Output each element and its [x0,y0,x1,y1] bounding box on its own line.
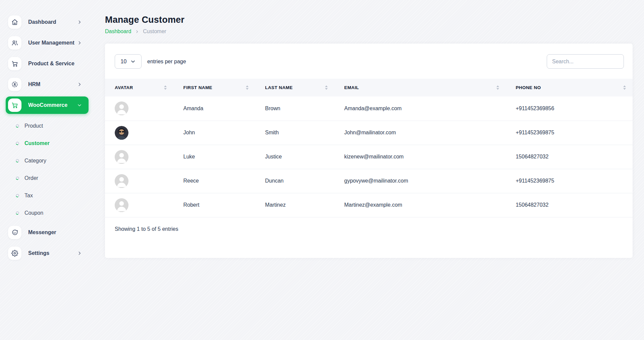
woocommerce-submenu: Product Customer Category Order Tax Coup… [0,117,95,222]
column-header-avatar[interactable]: Avatar [105,79,173,96]
avatar [115,198,128,212]
chevron-down-icon [130,59,136,64]
chevron-down-icon [77,103,82,108]
last-name-cell: Justice [255,145,334,169]
sidebar-item-label: HRM [28,81,40,87]
last-name-cell: Brown [255,96,334,121]
last-name-cell: Smith [255,121,334,145]
submenu-item-tax[interactable]: Tax [0,187,95,204]
submenu-item-coupon[interactable]: Coupon [0,204,95,222]
avatar-cell [105,193,173,217]
chevron-right-icon [77,41,82,45]
breadcrumb-dashboard-link[interactable]: Dashboard [105,28,131,35]
sort-icon [623,85,626,90]
chevron-right-icon [77,20,82,24]
sidebar-item-label: User Management [28,40,74,46]
submenu-item-label: Customer [24,140,50,146]
sort-icon [325,85,328,90]
table-row[interactable]: Luke Justice kizenew@mailinator.com 1506… [105,145,633,169]
submenu-item-label: Coupon [24,210,43,216]
column-header-first-name[interactable]: First Name [173,79,255,96]
first-name-cell: John [173,121,255,145]
avatar-cell [105,145,173,169]
table-row[interactable]: John Smith John@mailinator.com +91145236… [105,121,633,145]
sidebar-item-user-management[interactable]: User Management [6,34,89,52]
customer-table: Avatar First Name Last Name Email Phone … [105,79,633,217]
table-row[interactable]: Robert Martinez Martinez@example.com 150… [105,193,633,217]
chat-icon [8,226,21,239]
sidebar-item-messenger[interactable]: Messenger [6,224,89,241]
submenu-item-order[interactable]: Order [0,169,95,187]
submenu-item-label: Order [24,175,38,181]
table-row[interactable]: Reece Duncan gypovywe@mailinator.com +91… [105,169,633,193]
gear-icon [8,247,21,260]
bullet-icon [15,194,20,198]
main-content: Manage Customer Dashboard Customer 10 en… [95,0,644,340]
sidebar-item-woocommerce[interactable]: WooCommerce [6,96,89,114]
table-row[interactable]: Amanda Brown Amanda@example.com +9114523… [105,96,633,121]
bullet-icon [15,141,20,146]
home-icon [8,15,21,29]
chevron-right-icon [77,251,82,256]
phone-cell: 15064827032 [506,145,633,169]
phone-cell: +911452369875 [506,169,633,193]
sidebar-item-dashboard[interactable]: Dashboard [6,13,89,31]
last-name-cell: Duncan [255,169,334,193]
table-controls: 10 entries per page [105,44,633,79]
email-cell: kizenew@mailinator.com [334,145,506,169]
avatar [115,101,128,115]
avatar [115,126,128,140]
table-header-row: Avatar First Name Last Name Email Phone … [105,79,633,96]
sidebar-item-label: Dashboard [28,19,56,25]
users-icon [8,36,21,50]
bullet-icon [15,159,20,163]
column-header-email[interactable]: Email [334,79,506,96]
avatar [115,174,128,188]
column-header-label: Avatar [115,85,133,90]
breadcrumb-separator-icon [135,30,139,33]
submenu-item-category[interactable]: Category [0,152,95,169]
avatar-cell [105,121,173,145]
first-name-cell: Amanda [173,96,255,121]
sidebar-item-settings[interactable]: Settings [6,245,89,262]
last-name-cell: Martinez [255,193,334,217]
submenu-item-label: Tax [24,193,33,199]
page-title: Manage Customer [105,15,633,25]
breadcrumb: Dashboard Customer [105,28,633,35]
entries-per-page-label: entries per page [147,59,186,65]
sidebar-item-label: Messenger [28,229,56,235]
phone-cell: +911452369875 [506,121,633,145]
email-cell: Martinez@example.com [334,193,506,217]
sidebar-item-label: WooCommerce [28,102,67,108]
bullet-icon [15,211,20,215]
sidebar-item-label: Product & Service [28,61,74,67]
email-cell: gypovywe@mailinator.com [334,169,506,193]
sort-icon [164,85,167,90]
column-header-phone[interactable]: Phone No [506,79,633,96]
email-cell: John@mailinator.com [334,121,506,145]
user-focus-icon [8,78,21,91]
sort-icon [246,85,249,90]
entries-per-page-select[interactable]: 10 [115,54,142,69]
submenu-item-customer[interactable]: Customer [0,135,95,152]
search-input[interactable] [547,54,624,69]
cart-icon [8,98,21,112]
submenu-item-label: Product [24,123,43,129]
sidebar-item-product-service[interactable]: Product & Service [6,55,89,72]
phone-cell: +911452369856 [506,96,633,121]
table-body: Amanda Brown Amanda@example.com +9114523… [105,96,633,217]
column-header-label: Email [344,85,359,90]
bullet-icon [15,124,20,128]
column-header-label: First Name [183,85,212,90]
email-cell: Amanda@example.com [334,96,506,121]
submenu-item-product[interactable]: Product [0,117,95,135]
avatar-cell [105,169,173,193]
submenu-item-label: Category [24,158,46,164]
first-name-cell: Reece [173,169,255,193]
bullet-icon [15,176,20,181]
avatar [115,150,128,164]
sort-icon [496,85,499,90]
sidebar-item-hrm[interactable]: HRM [6,76,89,93]
column-header-last-name[interactable]: Last Name [255,79,334,96]
chevron-right-icon [77,82,82,87]
